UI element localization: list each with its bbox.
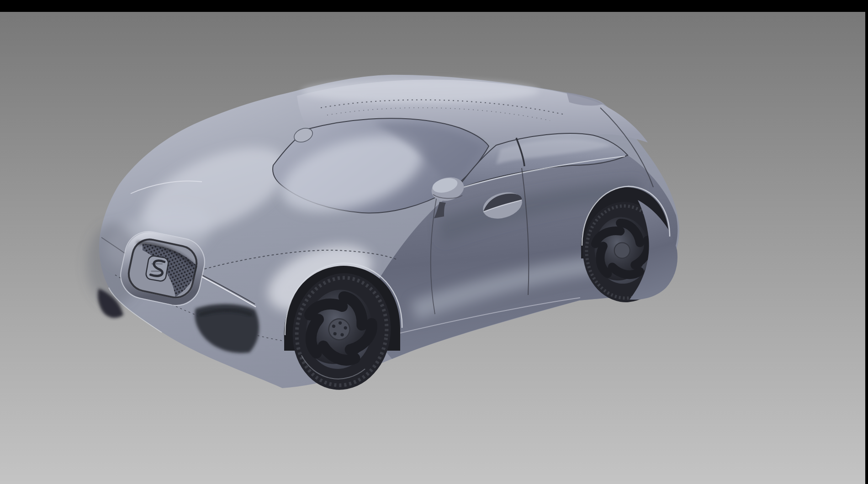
viewport-canvas[interactable] — [0, 0, 868, 484]
application-window — [0, 0, 868, 484]
right-letterbox-bar — [865, 0, 868, 484]
brand-badge — [145, 255, 169, 282]
top-letterbox-bar — [0, 0, 868, 12]
roof-highlight — [302, 79, 539, 103]
